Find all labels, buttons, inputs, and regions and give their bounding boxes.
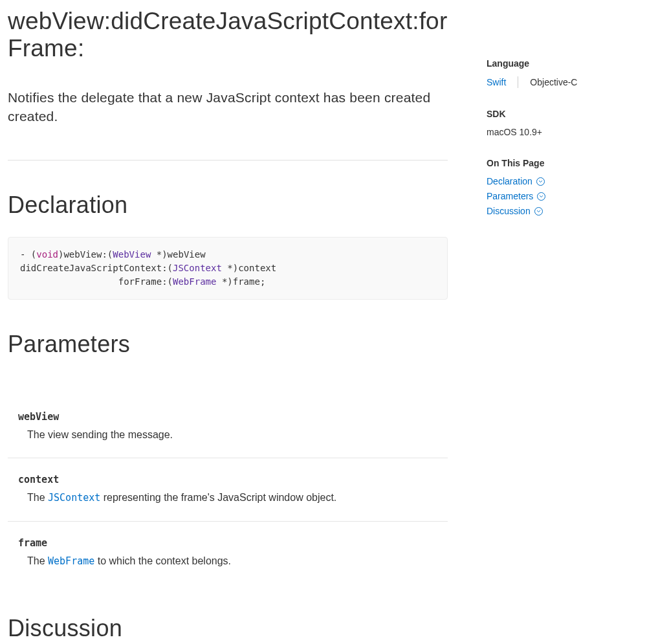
summary-text: Notifies the delegate that a new JavaScr… (8, 88, 448, 161)
chevron-down-icon (537, 192, 545, 201)
language-label: Language (487, 58, 639, 69)
otp-declaration-link[interactable]: Declaration (487, 176, 545, 186)
type-webview: WebView (113, 249, 151, 260)
discussion-heading: Discussion (8, 615, 448, 642)
declaration-code: - (void)webView:(WebView *)webView didCr… (8, 237, 448, 300)
type-jscontext: JSContext (173, 263, 222, 273)
keyword-void: void (36, 249, 58, 260)
param-desc: The view sending the message. (18, 428, 448, 442)
type-webframe: WebFrame (173, 276, 216, 287)
param-desc: The WebFrame to which the context belong… (18, 554, 448, 568)
language-toggle: Swift Objective-C (487, 76, 639, 88)
param-name: context (18, 474, 448, 485)
page-title: webView:didCreateJavaScriptContext:forFr… (8, 8, 448, 62)
parameters-list: webView The view sending the message. co… (8, 376, 448, 584)
declaration-heading: Declaration (8, 192, 448, 219)
main-content: webView:didCreateJavaScriptContext:forFr… (8, 8, 448, 644)
objc-tab[interactable]: Objective-C (518, 77, 577, 87)
parameters-heading: Parameters (8, 331, 448, 358)
sdk-label: SDK (487, 109, 639, 119)
chevron-down-icon (534, 207, 543, 216)
otp-parameters-link[interactable]: Parameters (487, 191, 545, 201)
param-item: context The JSContext representing the f… (8, 458, 448, 521)
param-name: frame (18, 537, 448, 549)
param-desc: The JSContext representing the frame's J… (18, 491, 448, 505)
param-name: webView (18, 411, 448, 423)
otp-discussion-link[interactable]: Discussion (487, 206, 543, 216)
sdk-value: macOS 10.9+ (487, 127, 639, 137)
param-item: frame The WebFrame to which the context … (8, 522, 448, 584)
swift-tab[interactable]: Swift (487, 77, 518, 87)
chevron-down-icon (536, 177, 545, 186)
jscontext-link[interactable]: JSContext (48, 492, 100, 504)
webframe-link[interactable]: WebFrame (48, 555, 94, 567)
sidebar: Language Swift Objective-C SDK macOS 10.… (448, 8, 639, 644)
otp-label: On This Page (487, 158, 639, 168)
otp-list: Declaration Parameters Discussion (487, 176, 639, 216)
param-item: webView The view sending the message. (8, 395, 448, 458)
